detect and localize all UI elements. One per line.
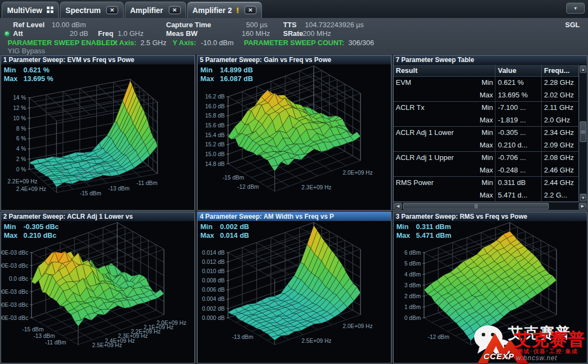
plot-area[interactable]: Min0.002 dBMax0.014 dB0.014 dB0.012 dB0.… [198, 221, 391, 363]
header-field-label: SRate [283, 29, 303, 38]
panel-amwidth[interactable]: 4 Parameter Sweep: AM Width vs Freq vs P… [197, 212, 391, 363]
table-row[interactable]: Max5.471 d...2.2 G... [394, 189, 579, 202]
tab-amplifier-2[interactable]: Amplifier 2!✕ [187, 2, 262, 18]
plot-area[interactable]: Min-0.305 dBcMax0.210 dBc200E-03 dBc100E… [1, 221, 194, 363]
right-axis-tick-label: -13 dBm [108, 185, 130, 192]
value-cell: 0.210 d... [495, 139, 542, 151]
result-name: ACLR Adj 1 Upper [396, 153, 454, 163]
header-field-value: 10.00 dBm [52, 21, 86, 29]
max-value: 5.471 dBm [416, 231, 451, 239]
sweep-x-axis-value: 2.5 GHz [140, 39, 167, 47]
plot-area[interactable]: Min0.311 dBmMax5.471 dBm6 dBm5 dBm4 dBm3… [394, 221, 587, 363]
z-tick-label: -300E-03 dBc [1, 315, 28, 321]
min-value: 0.621 % [23, 66, 50, 74]
scroll-down-button[interactable]: ▼ [580, 194, 586, 201]
header-field-label: Meas BW [166, 29, 198, 38]
panel-evm[interactable]: 1 Parameter Sweep: EVM vs Freq vs PoweMi… [1, 55, 195, 211]
panel-title-bar[interactable]: 7 Parameter Sweep Table [394, 55, 587, 65]
minmax-readout: Min0.002 dBMax0.014 dB [200, 223, 249, 240]
tab-spectrum[interactable]: Spectrum✕ [60, 2, 124, 18]
table-row[interactable]: Max0.210 d...2.09 GHz [394, 139, 579, 152]
max-label: Max [396, 231, 416, 240]
z-tick-label: 6 dBm [405, 250, 421, 256]
min-readout: Min-0.305 dBc [4, 223, 59, 231]
panel-rms[interactable]: 3 Parameter Sweep: RMS vs Freq vs PoweMi… [393, 212, 587, 363]
frequency-cell: 2.2 G... [542, 189, 579, 201]
frequency-cell: 2.02 GHz [542, 89, 579, 101]
panel-title-bar[interactable]: 4 Parameter Sweep: AM Width vs Freq vs P [198, 212, 391, 221]
surface-plot-amwidth: 0.014 dB0.012 dB0.010 dB0.008 dB0.006 dB… [198, 221, 391, 363]
min-label: Min [4, 66, 23, 75]
right-axis-tick-label: 2.0E+09 Hz [156, 320, 186, 326]
vertical-scroll-thumb[interactable] [580, 121, 586, 142]
min-value: -0.305 dBc [23, 223, 59, 231]
table-row[interactable]: ACLR Adj 1 UpperMin-0.706 ...2.08 GHz [394, 152, 579, 164]
left-axis-tick-label: -13 dBm [232, 334, 254, 340]
horizontal-scroll-thumb[interactable] [403, 203, 549, 209]
result-cell: ACLR Adj 1 UpperMin [394, 152, 495, 164]
panel-sweep-table[interactable]: 7 Parameter Sweep TableResultValueFrequ.… [393, 55, 587, 211]
close-icon[interactable]: ✕ [106, 6, 118, 14]
tab-overflow-button[interactable]: ▼ [566, 3, 585, 14]
result-name: RMS Power [396, 178, 433, 188]
panel-title-bar[interactable]: 1 Parameter Sweep: EVM vs Freq vs Powe [1, 55, 194, 65]
tab-amplifier[interactable]: Amplifier✕ [125, 2, 186, 18]
table-header-row: ResultValueFrequ... [394, 65, 579, 77]
sweep-table-columns: ResultValueFrequ...EVMMin0.621 %2.28 GHz… [394, 65, 579, 202]
value-cell: -0.248 ... [495, 164, 542, 176]
z-tick-label: 15.4 dB [205, 132, 225, 138]
table-row[interactable]: ACLR Adj 1 LowerMin-0.305 ...2.34 GHz [394, 127, 579, 139]
table-row[interactable]: Max13.695 %2.02 GHz [394, 89, 579, 102]
vertical-scrollbar[interactable]: ▲▼ [579, 65, 587, 202]
table-row[interactable]: ACLR TxMin-7.100 ...2.11 GHz [394, 102, 579, 114]
max-value: 0.210 dBc [23, 231, 57, 239]
minmax-cell: Min [481, 178, 493, 188]
plot-area[interactable]: Min0.621 %Max13.695 %14 %12 %10 %8 %6 %4… [1, 65, 194, 210]
panel-title-bar[interactable]: 5 Parameter Sweep: Gain vs Freq vs Powe [198, 55, 391, 65]
panel-title-bar[interactable]: 2 Parameter Sweep: ACLR Adj 1 Lower vs [1, 212, 194, 221]
panel-gain[interactable]: 5 Parameter Sweep: Gain vs Freq vs PoweM… [197, 55, 391, 211]
scroll-right-button[interactable]: ▶ [579, 203, 586, 209]
right-axis-tick-label: 2.5E+09 Hz [302, 338, 332, 344]
scroll-left-button[interactable]: ◀ [394, 203, 402, 209]
minmax-cell: Min [481, 78, 493, 88]
multiview-grid-icon [47, 6, 53, 15]
sweep-count-label: PARAMETER SWEEP COUNT: [244, 39, 344, 47]
header-field-value: 1.0 GHz [118, 29, 144, 38]
value-cell: -1.819 ... [495, 114, 542, 126]
z-tick-label: 0 dBm [405, 315, 421, 321]
column-header: Frequ... [542, 65, 579, 76]
tab-label: MultiView [7, 6, 42, 15]
close-icon[interactable]: ✕ [169, 6, 181, 14]
tab-multiview[interactable]: MultiView [2, 2, 59, 18]
scroll-up-button[interactable]: ▲ [580, 65, 586, 73]
table-row[interactable]: EVMMin0.621 %2.28 GHz [394, 77, 579, 89]
panel-aclr[interactable]: 2 Parameter Sweep: ACLR Adj 1 Lower vsMi… [1, 212, 195, 363]
z-tick-label: 0 % [16, 166, 26, 172]
chevron-down-icon: ▼ [573, 6, 578, 11]
max-label: Max [200, 231, 220, 240]
max-label: Max [200, 75, 220, 83]
left-axis-tick-label: 2.2E+09 Hz [8, 178, 38, 184]
header-field-value: 104.732243926 µs [305, 21, 364, 29]
z-tick-label: 6 % [16, 135, 26, 141]
table-row[interactable]: RMS PowerMin0.311 dB2.44 GHz [394, 177, 579, 189]
header-field-label: Freq [98, 29, 113, 38]
result-name: ACLR Adj 1 Lower [396, 128, 454, 138]
horizontal-scrollbar[interactable]: ◀▶ [394, 202, 587, 210]
surface-plot-aclr: 200E-03 dBc100E-03 dBc0.0 dBc-100E-03 dB… [1, 221, 194, 363]
max-value: 13.695 % [23, 75, 53, 83]
close-icon[interactable]: ✕ [244, 6, 256, 14]
table-row[interactable]: Max-1.819 ...2.0 GHz [394, 114, 579, 127]
z-tick-label: 8 % [16, 125, 26, 131]
max-readout: Max16.087 dB [200, 75, 253, 83]
table-row[interactable]: Max-0.248 ...2.46 GHz [394, 164, 579, 177]
minmax-readout: Min14.899 dBMax16.087 dB [200, 66, 253, 83]
right-axis-tick-label: -15 dBm [79, 190, 101, 196]
header-field-label: Att [13, 29, 23, 38]
plot-area[interactable]: Min14.899 dBMax16.087 dB16.2 dB16.0 dB15… [198, 65, 391, 210]
min-label: Min [200, 66, 220, 75]
max-readout: Max5.471 dBm [396, 231, 451, 240]
panel-title-bar[interactable]: 3 Parameter Sweep: RMS vs Freq vs Powe [394, 212, 587, 221]
z-tick-label: 0.006 dB [202, 287, 225, 293]
